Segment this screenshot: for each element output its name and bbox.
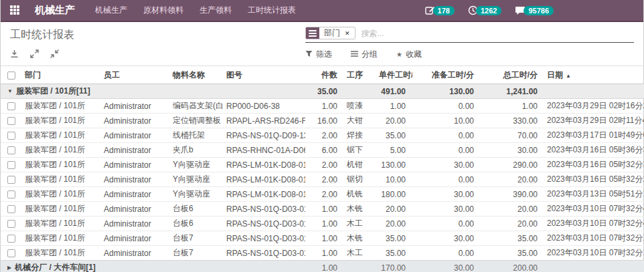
compose-badge[interactable]: 178 bbox=[425, 5, 455, 15]
control-panel: 工时统计报表 部门 ✕ bbox=[1, 22, 643, 65]
group-by-icon bbox=[351, 50, 358, 59]
report-table: 部门 员工 物料名称 图号 件数 工序 单件工时/分 准备工时/分 总工时/分 … bbox=[1, 65, 644, 272]
table-row[interactable]: 服装军团 / 101所AdministratorY向驱动座RPAS-LM-01K… bbox=[1, 172, 644, 187]
page-title: 工时统计报表 bbox=[10, 27, 305, 42]
favorites-button[interactable]: ★ 收藏 bbox=[396, 49, 422, 60]
filter-button[interactable]: 筛选 bbox=[305, 49, 332, 60]
filter-icon bbox=[305, 50, 313, 59]
table-row[interactable]: 服装军团 / 101所Administrator线桶托架RPAS-NS-01Q-… bbox=[1, 128, 644, 143]
table-row[interactable]: 服装军团 / 101所Administrator台板6RPAS-NS-01Q-D… bbox=[1, 202, 644, 217]
facet-remove-icon[interactable]: ✕ bbox=[345, 30, 350, 37]
apps-menu-icon[interactable] bbox=[10, 5, 20, 15]
search-input[interactable] bbox=[355, 29, 634, 38]
menu-item-production-picking[interactable]: 生产领料 bbox=[199, 5, 232, 16]
menu-item-production[interactable]: 机械生产 bbox=[95, 5, 127, 16]
select-all-checkbox[interactable] bbox=[7, 72, 15, 80]
table-row[interactable]: 服装军团 / 101所AdministratorY向驱动座RPAS-LM-01K… bbox=[1, 158, 644, 172]
menu-item-hours-report[interactable]: 工时统计报表 bbox=[248, 5, 296, 16]
row-checkbox[interactable] bbox=[7, 235, 15, 243]
activities-badge[interactable]: 1262 bbox=[468, 5, 501, 15]
star-icon: ★ bbox=[396, 51, 402, 58]
table-row[interactable]: 服装军团 / 101所Administrator夹爪bRPAS-RHNC-01A… bbox=[1, 143, 644, 158]
export-button[interactable] bbox=[10, 49, 19, 60]
top-menu: 机械生产 原材料领料 生产领料 工时统计报表 bbox=[95, 5, 296, 16]
col-header-qty[interactable]: 件数 bbox=[305, 66, 344, 84]
caret-right-icon: ▶ bbox=[7, 265, 11, 271]
search-tools: 筛选 分组 ★ 收藏 bbox=[305, 49, 634, 60]
app-window: 机械生产 机械生产 原材料领料 生产领料 工时统计报表 178 1262 bbox=[0, 0, 644, 272]
table-row[interactable]: 服装军团 / 101所AdministratorY向驱动座RPAS-LM-01K… bbox=[1, 187, 644, 202]
col-header-employee[interactable]: 员工 bbox=[101, 66, 170, 84]
group-row[interactable]: ▶机械分厂 / 大件车间[1]1.00170.0030.00200.00 bbox=[1, 261, 644, 272]
collapse-icon bbox=[50, 49, 59, 60]
caret-down-icon: ▼ bbox=[7, 88, 13, 94]
row-checkbox[interactable] bbox=[7, 205, 15, 213]
topbar-right: 178 1262 95786 bbox=[425, 5, 634, 15]
group-by-facet-icon bbox=[306, 27, 319, 39]
sort-asc-icon: ▲ bbox=[566, 73, 571, 79]
col-header-date[interactable]: 日期▲ bbox=[544, 66, 644, 84]
col-header-total-hours[interactable]: 总工时/分 bbox=[481, 66, 544, 84]
table-row[interactable]: 服装军团 / 101所Administrator台板6RPAS-NS-01Q-D… bbox=[1, 217, 644, 231]
table-row[interactable]: 服装军团 / 101所Administrator编码器支架(白色)RP000-D… bbox=[1, 99, 644, 114]
col-header-unit-hours[interactable]: 单件工时/分 bbox=[376, 66, 412, 84]
col-header-prep-hours[interactable]: 准备工时/分 bbox=[412, 66, 481, 84]
col-header-process[interactable]: 工序 bbox=[344, 66, 376, 84]
row-checkbox[interactable] bbox=[7, 249, 15, 257]
table-row[interactable]: 服装军团 / 101所Administrator台板7RPAS-NS-01Q-D… bbox=[1, 246, 644, 261]
expand-all-button[interactable] bbox=[30, 49, 39, 60]
activities-count-badge: 1262 bbox=[476, 6, 501, 15]
facet-label: 部门 ✕ bbox=[319, 27, 355, 39]
row-checkbox[interactable] bbox=[7, 161, 15, 169]
row-checkbox[interactable] bbox=[7, 176, 15, 184]
table-body: ▼服装军团 / 101所[11]35.00491.00130.001,241.0… bbox=[1, 84, 644, 272]
col-header-material[interactable]: 物料名称 bbox=[170, 66, 224, 84]
col-header-department[interactable]: 部门 bbox=[22, 66, 101, 84]
table-row[interactable]: 服装军团 / 101所Administrator定位销调整板RPAPL-ARS-… bbox=[1, 114, 644, 128]
download-icon bbox=[10, 49, 19, 60]
row-checkbox[interactable] bbox=[7, 220, 15, 228]
row-checkbox[interactable] bbox=[7, 102, 15, 110]
search-facet-department[interactable]: 部门 ✕ bbox=[305, 27, 355, 39]
table-row[interactable]: 服装军团 / 101所Administrator台板7RPAS-NS-01Q-D… bbox=[1, 231, 644, 246]
table-header-row: 部门 员工 物料名称 图号 件数 工序 单件工时/分 准备工时/分 总工时/分 … bbox=[1, 66, 644, 84]
search-bar: 部门 ✕ bbox=[305, 27, 634, 43]
menu-item-raw-material[interactable]: 原材料领料 bbox=[143, 5, 183, 16]
messages-count-badge: 95786 bbox=[524, 6, 554, 15]
select-all-cell bbox=[1, 66, 22, 84]
group-row[interactable]: ▼服装军团 / 101所[11]35.00491.00130.001,241.0… bbox=[1, 84, 644, 99]
row-checkbox[interactable] bbox=[7, 146, 15, 154]
row-checkbox[interactable] bbox=[7, 190, 15, 198]
view-tools bbox=[10, 49, 305, 60]
group-by-button[interactable]: 分组 bbox=[351, 49, 378, 60]
top-navbar: 机械生产 机械生产 原材料领料 生产领料 工时统计报表 178 1262 bbox=[1, 0, 643, 22]
row-checkbox[interactable] bbox=[7, 132, 15, 140]
expand-icon bbox=[30, 49, 39, 60]
row-checkbox[interactable] bbox=[7, 117, 15, 125]
collapse-all-button[interactable] bbox=[50, 49, 59, 60]
col-header-drawing-no[interactable]: 图号 bbox=[224, 66, 305, 84]
app-title: 机械生产 bbox=[35, 4, 75, 17]
compose-count-badge: 178 bbox=[433, 6, 455, 15]
messages-badge[interactable]: 95786 bbox=[515, 5, 554, 15]
